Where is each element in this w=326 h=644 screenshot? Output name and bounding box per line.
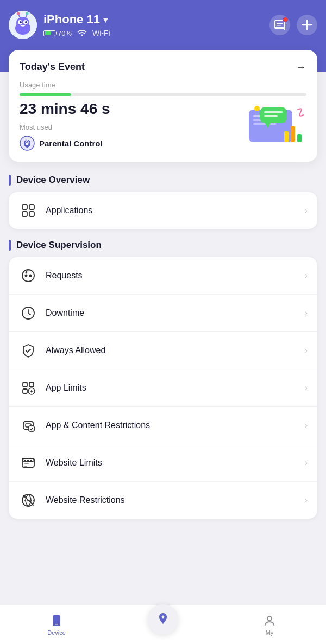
device-name-text: iPhone 11 bbox=[43, 12, 100, 27]
svg-rect-35 bbox=[23, 382, 27, 387]
applications-label: Applications bbox=[46, 206, 305, 215]
svg-point-31 bbox=[25, 275, 28, 277]
content-restrictions-label: App & Content Restrictions bbox=[46, 420, 305, 430]
bottom-nav: Device My bbox=[0, 605, 326, 644]
svg-rect-24 bbox=[297, 134, 302, 142]
card-illustration bbox=[233, 104, 309, 153]
requests-icon-wrap bbox=[18, 266, 38, 285]
svg-point-30 bbox=[22, 270, 34, 282]
svg-rect-18 bbox=[253, 123, 276, 125]
svg-rect-36 bbox=[29, 382, 34, 387]
downtime-label: Downtime bbox=[46, 308, 305, 318]
device-overview-header: Device Overview bbox=[9, 175, 317, 186]
wifi-icon bbox=[77, 30, 87, 37]
device-name[interactable]: iPhone 11 ▾ bbox=[43, 12, 110, 27]
svg-rect-12 bbox=[277, 25, 281, 26]
website-restrictions-item[interactable]: Website Restrictions › bbox=[9, 482, 317, 519]
svg-rect-29 bbox=[29, 212, 34, 216]
app-limits-label: App Limits bbox=[46, 383, 305, 393]
parental-control-app-icon bbox=[20, 136, 35, 151]
svg-rect-28 bbox=[22, 212, 27, 216]
downtime-item[interactable]: Downtime › bbox=[9, 295, 317, 332]
svg-point-25 bbox=[254, 106, 260, 111]
content-restrictions-item[interactable]: App & Content Restrictions › bbox=[9, 407, 317, 444]
svg-rect-52 bbox=[55, 624, 58, 625]
downtime-icon-wrap bbox=[18, 303, 38, 323]
svg-rect-20 bbox=[264, 111, 283, 113]
usage-progress-bar bbox=[20, 93, 306, 96]
svg-point-14 bbox=[26, 143, 29, 145]
svg-rect-47 bbox=[24, 463, 29, 464]
battery-body bbox=[43, 30, 55, 36]
app-limits-chevron: › bbox=[305, 383, 308, 393]
svg-rect-42 bbox=[22, 458, 34, 467]
message-button[interactable] bbox=[269, 15, 290, 35]
battery-fill bbox=[45, 31, 52, 35]
my-nav-label: My bbox=[266, 629, 274, 636]
location-nav-button[interactable] bbox=[148, 604, 178, 635]
svg-point-32 bbox=[29, 275, 32, 277]
clock-icon bbox=[21, 305, 36, 321]
always-allowed-label: Always Allowed bbox=[46, 346, 305, 355]
always-allowed-icon-wrap bbox=[18, 341, 38, 360]
svg-rect-11 bbox=[277, 23, 283, 24]
svg-point-8 bbox=[17, 12, 20, 15]
device-nav-icon bbox=[50, 614, 63, 627]
app-limits-icon bbox=[21, 380, 36, 396]
svg-rect-22 bbox=[284, 131, 289, 142]
section-bar bbox=[9, 175, 11, 186]
most-used-app-name: Parental Control bbox=[39, 139, 103, 148]
website-limits-chevron: › bbox=[305, 458, 308, 468]
section-bar-2 bbox=[9, 240, 11, 251]
svg-rect-23 bbox=[291, 126, 295, 142]
dropdown-chevron[interactable]: ▾ bbox=[103, 15, 108, 25]
header-left: iPhone 11 ▾ 70% bbox=[9, 11, 110, 39]
device-supervision-title: Device Supervision bbox=[16, 240, 102, 251]
grid-icon bbox=[21, 203, 36, 218]
today-event-title: Today's Event bbox=[20, 61, 85, 73]
always-allowed-item[interactable]: Always Allowed › bbox=[9, 332, 317, 369]
content-restrict-icon bbox=[21, 418, 36, 433]
header-top: iPhone 11 ▾ 70% bbox=[9, 11, 317, 39]
device-info: iPhone 11 ▾ 70% bbox=[43, 12, 110, 37]
header-actions bbox=[269, 15, 317, 35]
requests-icon bbox=[21, 268, 36, 283]
device-nav-label: Device bbox=[47, 629, 66, 636]
nav-device[interactable]: Device bbox=[35, 614, 78, 636]
svg-point-53 bbox=[267, 616, 272, 621]
website-restrict-icon bbox=[21, 493, 36, 508]
website-limits-item[interactable]: Website Limits › bbox=[9, 444, 317, 482]
svg-rect-21 bbox=[264, 115, 278, 117]
device-supervision-card: Requests › Downtime › Always Allowed bbox=[9, 257, 317, 519]
content-restrictions-icon-wrap bbox=[18, 416, 38, 435]
location-nav-icon bbox=[155, 612, 171, 627]
add-button[interactable] bbox=[297, 15, 317, 35]
svg-rect-48 bbox=[24, 466, 27, 467]
applications-chevron: › bbox=[305, 206, 308, 215]
svg-rect-37 bbox=[23, 389, 27, 393]
requests-chevron: › bbox=[305, 271, 308, 280]
website-restrictions-icon-wrap bbox=[18, 490, 38, 510]
website-limits-icon bbox=[21, 455, 36, 470]
progress-fill bbox=[20, 93, 71, 96]
app-limits-item[interactable]: App Limits › bbox=[9, 369, 317, 407]
svg-point-41 bbox=[28, 425, 35, 432]
usage-label: Usage time bbox=[20, 81, 306, 89]
website-limits-label: Website Limits bbox=[46, 458, 305, 468]
today-card-header: Today's Event → bbox=[20, 61, 306, 73]
svg-point-5 bbox=[20, 21, 22, 23]
avatar bbox=[9, 11, 37, 39]
nav-my[interactable]: My bbox=[248, 614, 291, 636]
applications-item[interactable]: Applications › bbox=[9, 192, 317, 229]
today-event-card: Today's Event → Usage time 23 mins 46 s … bbox=[9, 50, 317, 162]
notification-dot bbox=[283, 17, 288, 22]
battery-percent: 70% bbox=[58, 29, 72, 37]
battery-indicator: 70% bbox=[43, 29, 72, 37]
device-overview-card: Applications › bbox=[9, 192, 317, 229]
device-overview-title: Device Overview bbox=[16, 175, 90, 186]
today-event-arrow[interactable]: → bbox=[296, 61, 306, 73]
content-restrictions-chevron: › bbox=[305, 420, 308, 430]
requests-label: Requests bbox=[46, 271, 305, 280]
requests-item[interactable]: Requests › bbox=[9, 257, 317, 295]
device-supervision-header: Device Supervision bbox=[9, 240, 317, 251]
